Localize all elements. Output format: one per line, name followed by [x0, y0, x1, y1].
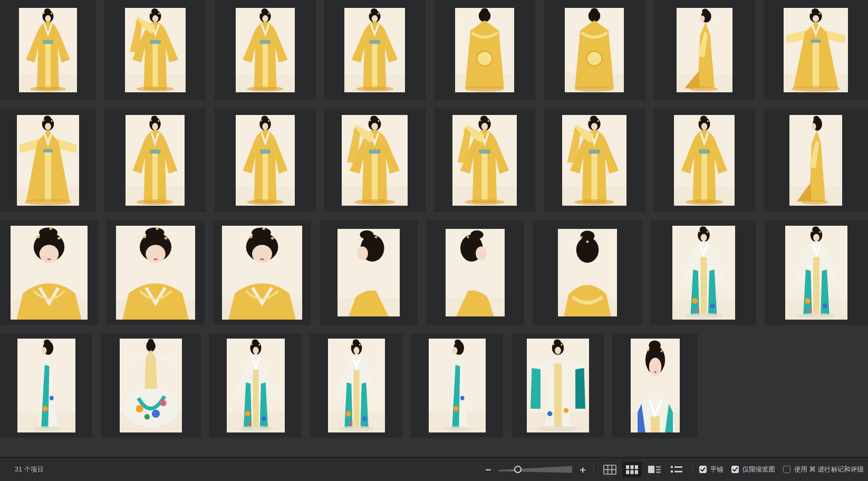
thumbnail-image [785, 226, 847, 320]
photo-thumbnail[interactable] [426, 220, 524, 325]
slider-track-icon [498, 465, 572, 474]
thumbnail-grid [0, 0, 868, 457]
toggle-tile-label: 平铺 [710, 465, 724, 474]
photo-thumbnail[interactable] [215, 109, 316, 212]
photo-thumbnail[interactable] [320, 220, 418, 325]
photo-thumbnail[interactable] [209, 333, 302, 438]
thumbnail-row [0, 333, 868, 438]
thumbnail-image [120, 339, 182, 432]
thumbnail-image [337, 229, 400, 316]
photo-thumbnail[interactable] [654, 0, 755, 100]
thumbnail-image [677, 8, 732, 92]
photo-thumbnail[interactable] [544, 109, 645, 212]
thumbnail-row [0, 0, 868, 100]
photo-thumbnail[interactable] [213, 220, 311, 325]
thumbnail-image [11, 226, 88, 320]
toggle-thumbnails-only-label: 仅限缩览图 [742, 465, 776, 474]
thumbnail-image [116, 226, 195, 320]
view-mode-switcher [600, 462, 686, 477]
thumbnail-image [446, 229, 505, 316]
thumbnail-image [527, 339, 589, 432]
view-option-toggles: 平铺仅限缩览图使用 ⌘ 进行标记和评级 [699, 465, 864, 474]
photo-thumbnail[interactable] [765, 220, 868, 325]
toolbar-divider [593, 465, 594, 474]
thumbnail-image [227, 339, 285, 432]
photo-thumbnail[interactable] [533, 220, 642, 325]
photo-thumbnail[interactable] [411, 333, 503, 438]
checkmark-icon [732, 467, 738, 472]
thumbnail-image [236, 115, 295, 206]
list-view-button[interactable] [667, 462, 686, 477]
toggle-cmd-tagging-checkbox[interactable] [783, 466, 790, 473]
photo-thumbnail[interactable] [544, 0, 645, 100]
thumbnail-image [455, 8, 514, 92]
photo-thumbnail[interactable] [434, 0, 535, 100]
thumbnail-size-slider[interactable] [498, 465, 572, 474]
toggle-thumbnails-only-checkbox[interactable] [731, 466, 739, 473]
thumbnail-row [0, 109, 868, 212]
thumbnail-image [558, 229, 617, 316]
thumbnail-image [562, 115, 626, 206]
thumbnail-image [236, 8, 295, 92]
photo-thumbnail[interactable] [764, 0, 868, 100]
toggle-cmd-tagging[interactable]: 使用 ⌘ 进行标记和评级 [783, 465, 864, 474]
thumbnail-image [789, 115, 842, 206]
thumbnail-image [672, 226, 735, 320]
thumbnail-image [126, 115, 185, 206]
zoom-out-button[interactable]: − [484, 465, 492, 475]
thumbnails-icon [625, 465, 639, 475]
photo-thumbnail[interactable] [324, 109, 426, 212]
thumbnail-image [17, 339, 75, 432]
thumbnail-image [17, 115, 79, 206]
thumbnail-image [344, 8, 405, 92]
thumbnail-image [674, 115, 735, 206]
grid-icon [603, 465, 616, 475]
thumbnail-image [125, 8, 186, 92]
detail-view-button[interactable] [644, 462, 664, 477]
thumbnail-image [328, 339, 385, 432]
toggle-cmd-tagging-label: 使用 ⌘ 进行标记和评级 [794, 465, 864, 474]
checkmark-icon [700, 467, 706, 472]
thumbnail-image [784, 8, 848, 92]
list-icon [670, 465, 683, 474]
photo-thumbnail[interactable] [0, 109, 96, 212]
item-count: 31 个项目 [15, 465, 44, 474]
photo-thumbnail[interactable] [612, 333, 698, 438]
photo-thumbnail[interactable] [512, 333, 604, 438]
photo-thumbnail[interactable] [0, 220, 98, 325]
photo-thumbnail[interactable] [764, 109, 868, 212]
toolbar-divider [692, 465, 693, 474]
photo-thumbnail[interactable] [107, 220, 205, 325]
slider-knob[interactable] [514, 466, 522, 473]
photo-thumbnail[interactable] [651, 220, 756, 325]
photo-thumbnail[interactable] [0, 333, 92, 438]
thumbnail-row [0, 220, 868, 325]
thumbnail-image [222, 226, 302, 320]
toggle-tile-checkbox[interactable] [699, 466, 707, 473]
photo-thumbnail[interactable] [104, 109, 206, 212]
thumbnail-image [631, 339, 680, 432]
toggle-thumbnails-only[interactable]: 仅限缩览图 [731, 465, 776, 474]
thumbnail-image [19, 8, 77, 92]
thumbnail-view-button[interactable] [622, 462, 642, 477]
toolbar: − + 平铺仅限缩览图使用 ⌘ 进行标记和评级 [484, 462, 864, 477]
photo-thumbnail[interactable] [0, 0, 96, 100]
thumbnail-image [342, 115, 408, 206]
thumbnail-image [429, 339, 486, 432]
photo-thumbnail[interactable] [215, 0, 316, 100]
photo-thumbnail[interactable] [324, 0, 426, 100]
details-icon [648, 465, 661, 474]
thumbnail-image [452, 115, 517, 206]
thumbnail-image [565, 8, 624, 92]
photo-thumbnail[interactable] [310, 333, 402, 438]
photo-thumbnail[interactable] [654, 109, 755, 212]
status-bar: 31 个项目 − + 平铺仅限缩览图使用 ⌘ 进行标记和评级 [0, 457, 868, 481]
zoom-in-button[interactable]: + [578, 465, 586, 475]
grid-view-button[interactable] [600, 462, 620, 477]
photo-thumbnail[interactable] [101, 333, 201, 438]
file-browser-window: 31 个项目 − + 平铺仅限缩览图使用 ⌘ 进行标记和评级 [0, 0, 868, 481]
photo-thumbnail[interactable] [434, 109, 535, 212]
photo-thumbnail[interactable] [104, 0, 206, 100]
toggle-tile[interactable]: 平铺 [699, 465, 724, 474]
